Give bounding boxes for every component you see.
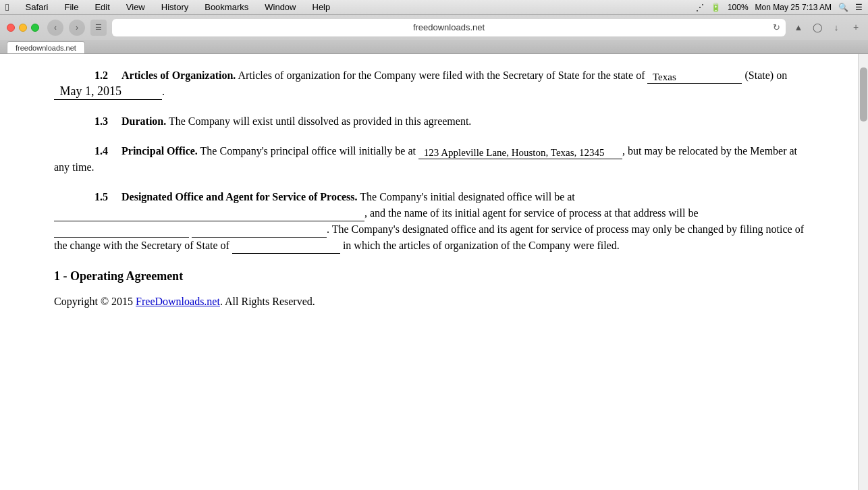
help-menu[interactable]: Help [310, 2, 333, 12]
downloads-icon[interactable]: ↓ [829, 20, 844, 35]
share-icon[interactable]: ▲ [791, 20, 806, 35]
menubar-right: ⋰ 🔋 100% Mon May 25 7:13 AM 🔍 ☰ [696, 3, 863, 12]
fullscreen-button[interactable] [31, 24, 39, 32]
section-1-5: 1.5 Designated Office and Agent for Serv… [54, 189, 804, 254]
battery-icon: 🔋 [711, 3, 721, 12]
section-1-5-title: Designated Office and Agent for Service … [121, 191, 358, 202]
toolbar-icons: ▲ ◯ ↓ + [791, 20, 861, 35]
tab-label: freedownloads.net [16, 44, 76, 52]
history-menu[interactable]: History [159, 2, 191, 12]
copyright-link[interactable]: FreeDownloads.net [136, 296, 220, 307]
file-menu[interactable]: File [61, 2, 81, 12]
battery-percent: 100% [728, 3, 749, 12]
section-1-4: 1.4 Principal Office. The Company's prin… [54, 143, 804, 175]
section-1-3-number: 1.3 [94, 115, 108, 127]
document-content: 1.2 Articles of Organization. Articles o… [0, 54, 858, 490]
office-field [54, 208, 364, 221]
url-display: freedownloads.net [413, 22, 485, 32]
state-field: Texas [647, 71, 742, 84]
section-1-3: 1.3 Duration. The Company will exist unt… [54, 113, 804, 130]
reload-button[interactable]: ↻ [773, 22, 780, 32]
address-field: 123 Appleville Lane, Houston, Texas, 123… [418, 146, 622, 159]
section-1-2-number: 1.2 [94, 70, 108, 81]
copyright-before: Copyright © 2015 [54, 296, 133, 307]
duplicate-icon[interactable]: ◯ [810, 20, 825, 35]
close-button[interactable] [7, 24, 15, 32]
browser-toolbar: ‹ › ☰ freedownloads.net ↻ ▲ ◯ ↓ + [0, 15, 868, 40]
scrollbar-thumb[interactable] [860, 67, 867, 121]
traffic-lights [7, 24, 39, 32]
forward-button[interactable]: › [69, 20, 85, 36]
back-button[interactable]: ‹ [47, 20, 63, 36]
copyright-text: Copyright © 2015 FreeDownloads.net. All … [54, 294, 804, 310]
listview-icon[interactable]: ☰ [855, 3, 863, 12]
view-menu[interactable]: View [124, 2, 148, 12]
section-1-2-text: 1.2 Articles of Organization. Articles o… [54, 67, 804, 100]
section-1-3-text: 1.3 Duration. The Company will exist unt… [54, 113, 804, 130]
sidebar-button[interactable]: ☰ [90, 20, 107, 36]
section-1-4-text: 1.4 Principal Office. The Company's prin… [54, 143, 804, 175]
state-field-2 [232, 240, 340, 254]
section-1-4-number: 1.4 [94, 145, 108, 157]
section-1-2-title: Articles of Organization. [121, 70, 236, 81]
page-area: 1.2 Articles of Organization. Articles o… [0, 54, 868, 490]
footer-section-heading: 1 - Operating Agreement [54, 267, 804, 285]
browser-chrome: ‹ › ☰ freedownloads.net ↻ ▲ ◯ ↓ + freedo… [0, 15, 868, 54]
date-field: May 1, 2015 [54, 84, 162, 100]
section-1-5-text: 1.5 Designated Office and Agent for Serv… [54, 189, 804, 254]
edit-menu[interactable]: Edit [92, 2, 112, 12]
menu-bar:  Safari File Edit View History Bookmark… [0, 0, 868, 15]
wifi-icon: ⋰ [696, 3, 704, 12]
scrollbar[interactable] [858, 54, 868, 490]
tab-bar: freedownloads.net [0, 40, 868, 53]
section-1-3-title: Duration. [121, 115, 166, 127]
minimize-button[interactable] [19, 24, 27, 32]
bookmarks-menu[interactable]: Bookmarks [202, 2, 251, 12]
datetime-display: Mon May 25 7:13 AM [755, 3, 832, 12]
agent-name-field-2 [192, 224, 327, 238]
apple-menu[interactable]:  [5, 1, 9, 13]
section-1-5-number: 1.5 [94, 191, 108, 202]
agent-name-field-1 [54, 224, 189, 238]
safari-menu[interactable]: Safari [22, 2, 51, 12]
section-1-4-title: Principal Office. [121, 145, 198, 157]
search-icon[interactable]: 🔍 [838, 3, 848, 12]
copyright-after: . All Rights Reserved. [220, 296, 315, 307]
new-tab-button[interactable]: + [850, 22, 861, 32]
active-tab[interactable]: freedownloads.net [7, 41, 85, 53]
section-1-3-body: The Company will exist until dissolved a… [169, 115, 471, 127]
window-menu[interactable]: Window [262, 2, 298, 12]
section-1-2: 1.2 Articles of Organization. Articles o… [54, 67, 804, 100]
address-bar[interactable]: freedownloads.net ↻ [112, 19, 786, 36]
